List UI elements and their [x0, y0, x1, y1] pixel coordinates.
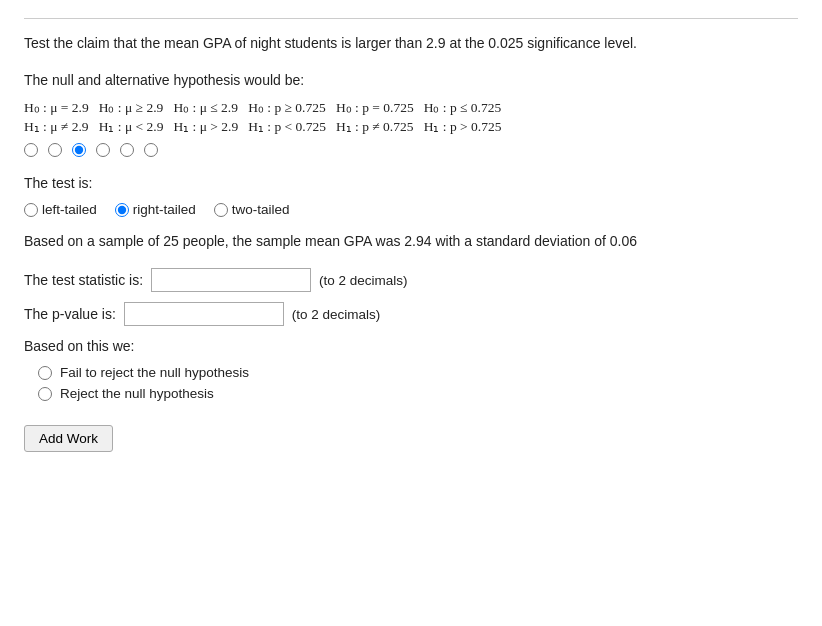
conclusion-option-2: Reject the null hypothesis: [38, 386, 798, 401]
pvalue-input[interactable]: [124, 302, 284, 326]
tailed-radio-left[interactable]: [24, 203, 38, 217]
hypothesis-radio-cell-1[interactable]: [24, 143, 38, 157]
pvalue-row: The p-value is: (to 2 decimals): [24, 302, 798, 326]
h0-option-3: H₀ : μ ≤ 2.9: [173, 99, 238, 116]
based-on-label: Based on this we:: [24, 336, 798, 357]
hypothesis-radio-2[interactable]: [48, 143, 62, 157]
tailed-label-left: left-tailed: [42, 202, 97, 217]
test-statistic-hint: (to 2 decimals): [319, 273, 408, 288]
hypotheses-table: H₀ : μ = 2.9 H₀ : μ ≥ 2.9 H₀ : μ ≤ 2.9 H…: [24, 99, 501, 135]
tailed-option-left: left-tailed: [24, 202, 97, 217]
conclusion-radio-fail[interactable]: [38, 366, 52, 380]
tailed-radio-right[interactable]: [115, 203, 129, 217]
h1-option-6: H₁ : p > 0.725: [424, 118, 502, 135]
h1-option-5: H₁ : p ≠ 0.725: [336, 118, 414, 135]
tailed-label-two: two-tailed: [232, 202, 290, 217]
tailed-options-row: left-tailed right-tailed two-tailed: [24, 202, 798, 217]
hypothesis-section: The null and alternative hypothesis woul…: [24, 70, 798, 157]
test-statistic-label: The test statistic is:: [24, 272, 143, 288]
h1-option-4: H₁ : p < 0.725: [248, 118, 326, 135]
sample-text: Based on a sample of 25 people, the samp…: [24, 231, 798, 252]
pvalue-hint: (to 2 decimals): [292, 307, 381, 322]
hypothesis-prompt: The null and alternative hypothesis woul…: [24, 70, 798, 91]
h1-option-1: H₁ : μ ≠ 2.9: [24, 118, 89, 135]
intro-text: Test the claim that the mean GPA of nigh…: [24, 33, 798, 54]
test-statistic-row: The test statistic is: (to 2 decimals): [24, 268, 798, 292]
test-statistic-input[interactable]: [151, 268, 311, 292]
test-is-label: The test is:: [24, 173, 798, 194]
hypothesis-radio-1[interactable]: [24, 143, 38, 157]
h1-option-3: H₁ : μ > 2.9: [173, 118, 238, 135]
hypothesis-radio-cell-6[interactable]: [144, 143, 158, 157]
hypothesis-radio-cell-3[interactable]: [72, 143, 86, 157]
conclusion-label-reject: Reject the null hypothesis: [60, 386, 214, 401]
add-work-button[interactable]: Add Work: [24, 425, 113, 452]
hypothesis-radio-5[interactable]: [120, 143, 134, 157]
intro-section: Test the claim that the mean GPA of nigh…: [24, 33, 798, 54]
hypothesis-radio-cell-5[interactable]: [120, 143, 134, 157]
tailed-radio-two[interactable]: [214, 203, 228, 217]
h0-option-1: H₀ : μ = 2.9: [24, 99, 89, 116]
h0-option-6: H₀ : p ≤ 0.725: [424, 99, 502, 116]
conclusion-label-fail: Fail to reject the null hypothesis: [60, 365, 249, 380]
hypothesis-radio-4[interactable]: [96, 143, 110, 157]
sample-section: Based on a sample of 25 people, the samp…: [24, 231, 798, 252]
conclusion-option-1: Fail to reject the null hypothesis: [38, 365, 798, 380]
h0-option-4: H₀ : p ≥ 0.725: [248, 99, 326, 116]
tailed-option-two: two-tailed: [214, 202, 290, 217]
h0-option-5: H₀ : p = 0.725: [336, 99, 414, 116]
tailed-label-right: right-tailed: [133, 202, 196, 217]
hypothesis-radio-cell-2[interactable]: [48, 143, 62, 157]
test-is-section: The test is: left-tailed right-tailed tw…: [24, 173, 798, 217]
tailed-option-right: right-tailed: [115, 202, 196, 217]
h1-option-2: H₁ : μ < 2.9: [99, 118, 164, 135]
based-on-section: Based on this we: Fail to reject the nul…: [24, 336, 798, 401]
conclusion-radio-reject[interactable]: [38, 387, 52, 401]
hypothesis-radio-row: [24, 143, 158, 157]
hypothesis-radio-cell-4[interactable]: [96, 143, 110, 157]
hypothesis-radio-3[interactable]: [72, 143, 86, 157]
hypothesis-radio-6[interactable]: [144, 143, 158, 157]
h0-option-2: H₀ : μ ≥ 2.9: [99, 99, 164, 116]
top-divider: [24, 18, 798, 19]
pvalue-label: The p-value is:: [24, 306, 116, 322]
